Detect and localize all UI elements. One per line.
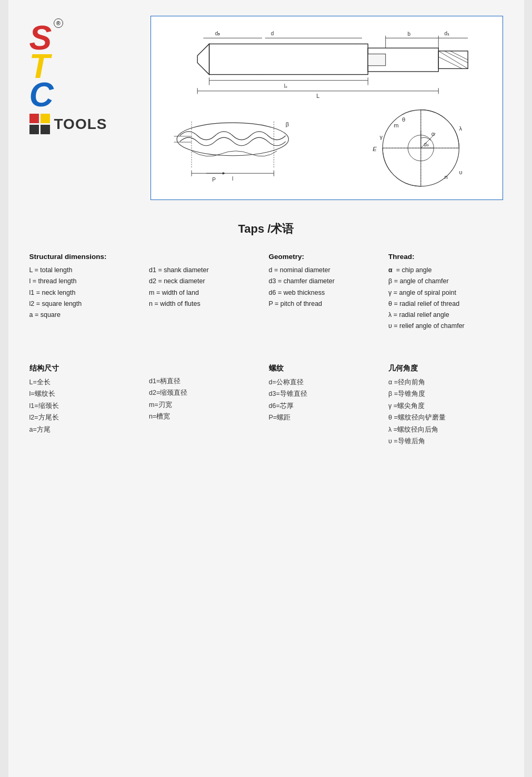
logo-squares (29, 114, 50, 134)
svg-text:d₃: d₃ (215, 31, 220, 36)
cn-thread-items: d=公称直径 d3=导锥直径 d6=芯厚 P=螺距 (269, 376, 384, 424)
geometry-col: Geometry: d = nominal diameter d3 = cham… (269, 253, 384, 332)
structural-items-right: d1 = shank diameter d2 = neck diameter m… (149, 265, 264, 310)
svg-text:l: l (232, 176, 233, 182)
terminology-chinese: 结构尺寸 L=全长 l=螺纹长 l1=缩颈长 l2=方尾长 a=方尾 . d1=… (29, 364, 503, 447)
structural-col-right: . d1 = shank diameter d2 = neck diameter… (149, 253, 264, 332)
svg-text:n: n (444, 174, 447, 180)
svg-text:d₆: d₆ (424, 142, 429, 147)
svg-marker-2 (197, 44, 209, 74)
thread-col: Thread: α = chip angle β = angle of cham… (388, 253, 503, 332)
logo-square-yellow (41, 114, 50, 123)
svg-point-29 (177, 123, 288, 156)
logo-stc: ® S T C (29, 21, 54, 112)
header-section: ® S T C TOOLS (29, 16, 503, 200)
cn-structural-left: 结构尺寸 L=全长 l=螺纹长 l1=缩颈长 l2=方尾长 a=方尾 (29, 364, 144, 447)
svg-text:L: L (316, 93, 319, 99)
cn-structural-heading: 结构尺寸 (29, 364, 144, 373)
svg-text:θ: θ (402, 116, 405, 123)
diagram-svg: b d₃ d d₁ lₐ L (156, 22, 497, 192)
structural-items-left: L = total length l = thread length l1 = … (29, 265, 144, 321)
technical-diagram: b d₃ d d₁ lₐ L (150, 16, 503, 200)
logo-square-black1 (29, 125, 39, 134)
cn-thread: 螺纹 d=公称直径 d3=导锥直径 d6=芯厚 P=螺距 (269, 364, 384, 447)
cn-geometry: 几何角度 α =径向前角 β =导锥角度 γ =螺尖角度 θ =螺纹径向铲磨量 … (388, 364, 503, 447)
svg-text:d: d (270, 31, 274, 36)
logo-area: ® S T C TOOLS (29, 16, 135, 134)
svg-text:lₐ: lₐ (284, 83, 287, 89)
cn-structural-items-left: L=全长 l=螺纹长 l1=缩颈长 l2=方尾长 a=方尾 (29, 376, 144, 436)
logo-bottom: TOOLS (29, 114, 107, 134)
svg-text:d₁: d₁ (444, 31, 449, 36)
main-page: ® S T C TOOLS (8, 0, 524, 777)
cn-geometry-heading: 几何角度 (388, 364, 503, 373)
svg-text:P: P (212, 177, 216, 183)
svg-text:β: β (285, 121, 288, 127)
cn-structural-right: . d1=柄直径 d2=缩颈直径 m=刃宽 n=槽宽 (149, 364, 264, 447)
registered-symbol: ® (54, 18, 63, 28)
geometry-heading: Geometry: (269, 253, 384, 261)
cn-geometry-items: α =径向前角 β =导锥角度 γ =螺尖角度 θ =螺纹径向铲磨量 λ =螺纹… (388, 376, 503, 447)
svg-text:λ: λ (459, 125, 462, 132)
svg-text:α: α (431, 131, 435, 137)
structural-col-left: Structural dimensions: L = total length … (29, 253, 144, 332)
svg-text:υ: υ (459, 169, 462, 175)
logo-letter-c: C (29, 78, 54, 112)
svg-text:m: m (394, 122, 398, 128)
svg-text:E: E (373, 146, 377, 152)
page-title: Taps /术语 (29, 221, 503, 237)
terminology-english: Structural dimensions: L = total length … (29, 253, 503, 332)
cn-thread-heading: 螺纹 (269, 364, 384, 373)
svg-line-4 (438, 51, 468, 69)
thread-items: α = chip angle β = angle of chamfer γ = … (388, 265, 503, 332)
logo-tools-text: TOOLS (54, 116, 107, 133)
page-title-section: Taps /术语 (29, 221, 503, 237)
thread-heading: Thread: (388, 253, 503, 261)
structural-heading: Structural dimensions: (29, 253, 144, 261)
svg-rect-8 (368, 54, 386, 65)
cn-structural-items-right: d1=柄直径 d2=缩颈直径 m=刃宽 n=槽宽 (149, 375, 264, 423)
logo-square-black2 (41, 125, 50, 134)
geometry-items: d = nominal diameter d3 = chamfer diamet… (269, 265, 384, 310)
svg-text:b: b (407, 31, 410, 37)
logo-square-red (29, 114, 39, 123)
svg-text:γ: γ (379, 134, 383, 140)
svg-rect-1 (209, 44, 368, 74)
